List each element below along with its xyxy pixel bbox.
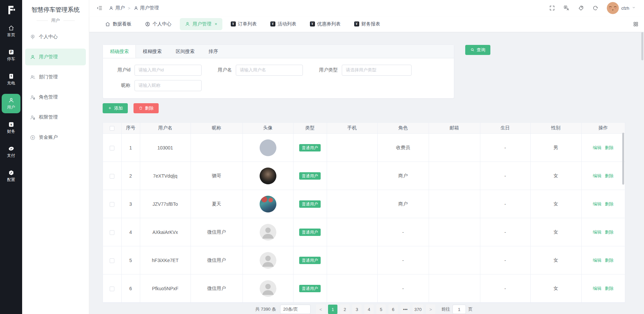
- gender-cell: 女: [530, 274, 581, 303]
- page-button-5[interactable]: 5: [376, 305, 386, 314]
- edit-link[interactable]: 编辑: [593, 201, 601, 206]
- tags-icon[interactable]: [578, 5, 584, 11]
- breadcrumb-label: 用户: [115, 5, 125, 11]
- search-form: 用户id请输入用户id用户名请输入用户名用户类型请选择用户类型昵称请输入昵称: [103, 58, 454, 98]
- refresh-icon[interactable]: [592, 5, 598, 11]
- edit-link[interactable]: 编辑: [593, 286, 601, 291]
- tab-coupons[interactable]: ¥优惠券列表: [305, 18, 346, 30]
- sidebar-item-label: 部门管理: [39, 74, 58, 80]
- search-tab-sort[interactable]: 排序: [202, 45, 225, 58]
- edit-link[interactable]: 编辑: [593, 258, 601, 263]
- delete-link[interactable]: 删除: [605, 258, 613, 263]
- nickname-input[interactable]: 请输入昵称: [135, 80, 202, 91]
- username-input[interactable]: 请输入用户名: [236, 65, 303, 76]
- table-row: 27eXTVdqljq驷哥普通用户商户-女编辑删除: [103, 162, 625, 190]
- avatar-cell: [243, 190, 293, 218]
- row-checkbox[interactable]: [110, 230, 114, 235]
- nickname-cell: 微信用户: [191, 246, 243, 274]
- rail-item-finance[interactable]: ¥财务: [2, 118, 20, 137]
- column-header: 用户名: [140, 123, 191, 134]
- collapse-sidebar-icon[interactable]: [97, 5, 103, 11]
- table-scrollbar-thumb[interactable]: [622, 133, 624, 185]
- next-page-button[interactable]: >: [426, 305, 435, 314]
- page-button-370[interactable]: 370: [413, 305, 423, 314]
- page-button-6[interactable]: 6: [388, 305, 398, 314]
- rail-item-config[interactable]: 配置: [2, 166, 20, 186]
- avatar: [607, 2, 619, 14]
- more-pages-button[interactable]: •••: [400, 305, 410, 314]
- app-logo[interactable]: [4, 3, 18, 17]
- rail-item-user[interactable]: 用户: [2, 94, 20, 113]
- delete-link[interactable]: 删除: [605, 230, 613, 235]
- edit-link[interactable]: 编辑: [593, 230, 601, 235]
- rail-item-charging[interactable]: 充电: [2, 70, 20, 89]
- parking-icon: P: [8, 49, 14, 55]
- delete-link[interactable]: 删除: [605, 201, 613, 206]
- translate-icon[interactable]: [564, 5, 570, 11]
- sidebar-item-perm-management[interactable]: 权限管理: [25, 109, 86, 126]
- breadcrumb-item[interactable]: 用户管理: [133, 5, 159, 11]
- tab-orders[interactable]: ¥订单列表: [226, 18, 262, 30]
- page-size-select[interactable]: 20条/页: [280, 305, 311, 314]
- user-type-select[interactable]: 请选择用户类型: [342, 65, 412, 76]
- tab-users[interactable]: 用户管理×: [180, 18, 222, 30]
- divider: [63, 20, 75, 21]
- column-header: 头像: [243, 123, 293, 134]
- delete-button[interactable]: 删除: [133, 103, 159, 113]
- sidebar-item-profile-center[interactable]: 个人中心: [25, 28, 86, 45]
- page-content: 精确搜索模糊搜索区间搜索排序 用户id请输入用户id用户名请输入用户名用户类型请…: [89, 32, 644, 314]
- actions-cell: 编辑删除: [581, 190, 625, 218]
- sidebar-item-fund-account[interactable]: $资金账户: [25, 129, 86, 146]
- row-checkbox[interactable]: [110, 258, 114, 263]
- page-button-3[interactable]: 3: [352, 305, 362, 314]
- tab-activities[interactable]: ¥活动列表: [265, 18, 302, 30]
- birthday-cell: -: [480, 190, 530, 218]
- tab-label: 数据看板: [113, 21, 131, 27]
- delete-link[interactable]: 删除: [605, 173, 613, 178]
- tab-dashboard[interactable]: 数据看板: [100, 18, 137, 30]
- search-tab-exact[interactable]: 精确搜索: [103, 45, 136, 58]
- avatar-cell: [243, 162, 293, 190]
- column-header: 邮箱: [429, 123, 480, 134]
- edit-link[interactable]: 编辑: [593, 173, 601, 178]
- prev-page-button[interactable]: <: [316, 305, 325, 314]
- page-scrollbar-thumb[interactable]: [641, 32, 643, 60]
- page-button-2[interactable]: 2: [340, 305, 350, 314]
- placeholder-text: 请输入昵称: [139, 82, 160, 88]
- row-select-cell: [103, 134, 121, 162]
- goto-page-input[interactable]: [452, 305, 466, 314]
- search-tab-fuzzy[interactable]: 模糊搜索: [136, 45, 169, 58]
- page-button-4[interactable]: 4: [364, 305, 374, 314]
- close-tab-icon[interactable]: ×: [215, 21, 217, 26]
- user-id-input[interactable]: 请输入用户id: [135, 65, 202, 76]
- select-all-checkbox[interactable]: [110, 126, 114, 131]
- delete-link[interactable]: 删除: [605, 145, 613, 150]
- add-button[interactable]: 添加: [103, 103, 128, 113]
- circleperson-icon: [145, 21, 150, 27]
- username: cfzh: [621, 6, 629, 11]
- tab-profile[interactable]: 个人中心: [140, 18, 176, 30]
- edit-link[interactable]: 编辑: [593, 145, 601, 150]
- rail-item-parking[interactable]: P停车: [2, 46, 20, 65]
- search-tab-range[interactable]: 区间搜索: [169, 45, 202, 58]
- tab-reports[interactable]: ¥财务报表: [349, 18, 385, 30]
- row-checkbox[interactable]: [110, 174, 114, 179]
- sidebar-item-role-management[interactable]: 角色管理: [25, 89, 86, 106]
- sidebar-item-user-management[interactable]: 用户管理: [25, 49, 86, 65]
- rail-item-home[interactable]: 首页: [2, 21, 20, 41]
- breadcrumb-item[interactable]: 用户: [109, 5, 125, 11]
- delete-link[interactable]: 删除: [605, 286, 613, 291]
- type-cell: 普通用户: [293, 274, 327, 303]
- page-button-1[interactable]: 1: [328, 305, 337, 314]
- fullscreen-icon[interactable]: [549, 5, 555, 11]
- grid-view-icon[interactable]: [633, 21, 639, 27]
- sidebar-item-dept-management[interactable]: 部门管理: [25, 69, 86, 85]
- rail-item-payment[interactable]: 支付: [2, 142, 20, 162]
- finance-icon: ¥: [8, 121, 14, 128]
- row-checkbox[interactable]: [110, 146, 114, 150]
- query-button[interactable]: 查询: [465, 45, 490, 55]
- row-checkbox[interactable]: [110, 202, 114, 207]
- row-checkbox[interactable]: [110, 287, 114, 291]
- user-menu[interactable]: cfzh: [607, 2, 636, 14]
- breadcrumb-separator: >: [128, 6, 130, 11]
